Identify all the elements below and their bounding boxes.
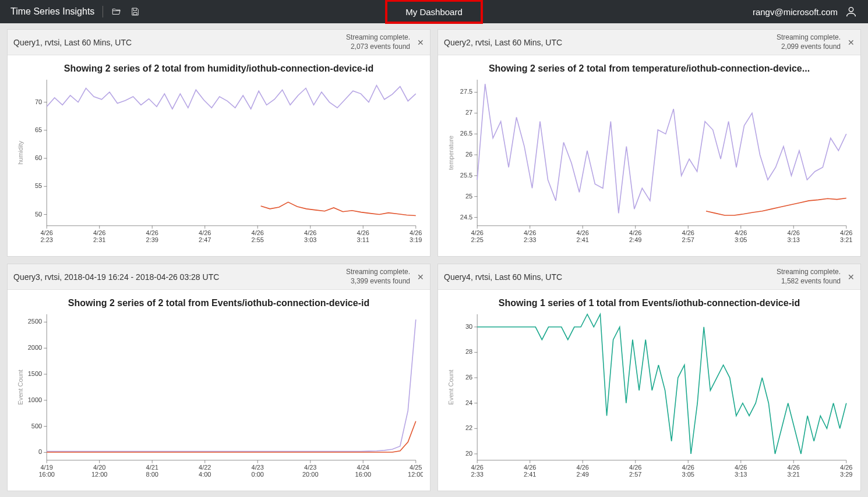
dashboard-name[interactable]: My Dashboard <box>405 7 463 17</box>
svg-text:20: 20 <box>465 450 472 457</box>
svg-text:3:19: 3:19 <box>410 236 422 243</box>
svg-text:4/26: 4/26 <box>40 229 52 236</box>
svg-text:27: 27 <box>465 109 472 116</box>
status-line2: 2,073 events found <box>346 42 410 52</box>
svg-text:2:49: 2:49 <box>577 471 589 478</box>
panel-body: Showing 2 series of 2 total from tempera… <box>438 55 860 256</box>
svg-text:3:13: 3:13 <box>788 236 800 243</box>
svg-text:2:41: 2:41 <box>577 236 589 243</box>
save-icon[interactable] <box>130 6 140 17</box>
svg-text:24.5: 24.5 <box>460 214 472 221</box>
status-line2: 2,099 events found <box>777 42 841 52</box>
svg-text:2:39: 2:39 <box>146 236 158 243</box>
status-block: Streaming complete. 1,582 events found <box>777 268 841 286</box>
svg-text:2:33: 2:33 <box>524 236 536 243</box>
svg-text:4/26: 4/26 <box>629 464 641 471</box>
svg-text:4/22: 4/22 <box>199 464 211 471</box>
top-bar: Time Series Insights My Dashboard rangv@… <box>0 0 868 23</box>
user-menu[interactable]: rangv@microsoft.com <box>753 5 858 18</box>
svg-text:4/26: 4/26 <box>304 229 316 236</box>
svg-text:70: 70 <box>35 98 42 105</box>
svg-text:3:03: 3:03 <box>304 236 316 243</box>
svg-text:2:49: 2:49 <box>629 236 641 243</box>
chart-q2[interactable]: 24.52525.52626.52727.54/262:254/262:334/… <box>445 76 853 248</box>
close-icon[interactable]: ✕ <box>417 272 424 282</box>
svg-text:25: 25 <box>465 193 472 200</box>
svg-text:27.5: 27.5 <box>460 88 472 95</box>
svg-text:2:31: 2:31 <box>93 236 105 243</box>
chart-title: Showing 2 series of 2 total from humidit… <box>15 63 423 74</box>
status-block: Streaming complete. 3,399 events found <box>346 268 410 286</box>
svg-text:4/26: 4/26 <box>840 229 852 236</box>
query-label: Query1, rvtsi, Last 60 Mins, UTC <box>13 38 346 47</box>
svg-text:65: 65 <box>35 126 42 133</box>
svg-text:16:00: 16:00 <box>355 471 372 478</box>
svg-text:4/26: 4/26 <box>410 229 422 236</box>
svg-text:4/19: 4/19 <box>40 464 52 471</box>
close-icon[interactable]: ✕ <box>417 38 424 47</box>
svg-text:2500: 2500 <box>28 318 42 325</box>
svg-text:3:21: 3:21 <box>840 236 852 243</box>
svg-text:0:00: 0:00 <box>252 471 264 478</box>
svg-text:4/23: 4/23 <box>252 464 264 471</box>
svg-point-0 <box>849 8 853 12</box>
chart-q1[interactable]: 50556065704/262:234/262:314/262:394/262:… <box>15 76 423 248</box>
svg-text:4/26: 4/26 <box>840 464 852 471</box>
query-label: Query2, rvtsi, Last 60 Mins, UTC <box>444 38 777 47</box>
panel-body: Showing 2 series of 2 total from Events/… <box>8 290 430 491</box>
dashboard-grid: Query1, rvtsi, Last 60 Mins, UTC Streami… <box>0 23 868 497</box>
svg-text:4/26: 4/26 <box>93 229 105 236</box>
svg-text:4/26: 4/26 <box>577 464 589 471</box>
close-icon[interactable]: ✕ <box>848 38 855 47</box>
svg-text:4/26: 4/26 <box>629 229 641 236</box>
panel-header: Query1, rvtsi, Last 60 Mins, UTC Streami… <box>8 30 430 55</box>
close-icon[interactable]: ✕ <box>848 272 855 282</box>
chart-q4[interactable]: 2022242628304/262:334/262:414/262:494/26… <box>445 311 853 482</box>
svg-text:4/26: 4/26 <box>682 229 694 236</box>
panel-query2: Query2, rvtsi, Last 60 Mins, UTC Streami… <box>437 29 861 257</box>
divider <box>103 6 103 17</box>
panel-query3: Query3, rvtsi, 2018-04-19 16:24 - 2018-0… <box>7 264 431 491</box>
svg-text:2:57: 2:57 <box>629 471 641 478</box>
svg-text:12:00: 12:00 <box>408 471 423 478</box>
panel-header: Query4, rvtsi, Last 60 Mins, UTC Streami… <box>438 264 860 290</box>
status-line1: Streaming complete. <box>777 33 841 42</box>
panel-query1: Query1, rvtsi, Last 60 Mins, UTC Streami… <box>7 29 431 257</box>
svg-text:2:47: 2:47 <box>199 236 211 243</box>
svg-text:4/26: 4/26 <box>788 229 800 236</box>
chart-q3[interactable]: 050010001500200025004/1916:004/2012:004/… <box>15 311 423 482</box>
svg-text:28: 28 <box>465 349 472 356</box>
svg-text:55: 55 <box>35 182 42 189</box>
svg-text:Event Count: Event Count <box>447 370 454 404</box>
chart-title: Showing 2 series of 2 total from Events/… <box>15 298 423 308</box>
panel-body: Showing 2 series of 2 total from humidit… <box>8 55 430 256</box>
svg-text:50: 50 <box>35 211 42 218</box>
svg-text:humidity: humidity <box>17 141 24 165</box>
status-line2: 3,399 events found <box>346 277 410 286</box>
svg-text:2:41: 2:41 <box>524 471 536 478</box>
svg-text:4/21: 4/21 <box>146 464 158 471</box>
svg-text:2:25: 2:25 <box>471 236 483 243</box>
svg-text:1500: 1500 <box>28 370 42 377</box>
svg-text:16:00: 16:00 <box>38 471 54 478</box>
svg-text:temperature: temperature <box>447 136 454 170</box>
svg-text:2:57: 2:57 <box>682 236 694 243</box>
svg-text:3:29: 3:29 <box>840 471 852 478</box>
user-email: rangv@microsoft.com <box>753 7 838 17</box>
svg-text:2:55: 2:55 <box>252 236 264 243</box>
svg-text:4/26: 4/26 <box>735 464 747 471</box>
panel-query4: Query4, rvtsi, Last 60 Mins, UTC Streami… <box>437 264 861 491</box>
status-line1: Streaming complete. <box>777 268 841 277</box>
folder-open-icon[interactable] <box>111 6 122 17</box>
svg-text:4/26: 4/26 <box>199 229 211 236</box>
panel-header: Query2, rvtsi, Last 60 Mins, UTC Streami… <box>438 30 860 55</box>
svg-text:4/25: 4/25 <box>410 464 422 471</box>
svg-text:3:05: 3:05 <box>682 471 694 478</box>
svg-text:24: 24 <box>465 399 472 406</box>
panel-header: Query3, rvtsi, 2018-04-19 16:24 - 2018-0… <box>8 264 430 290</box>
svg-text:4:00: 4:00 <box>199 471 211 478</box>
status-block: Streaming complete. 2,073 events found <box>346 33 410 51</box>
svg-text:4/26: 4/26 <box>471 464 483 471</box>
chart-title: Showing 2 series of 2 total from tempera… <box>445 63 853 74</box>
status-line1: Streaming complete. <box>346 33 410 42</box>
